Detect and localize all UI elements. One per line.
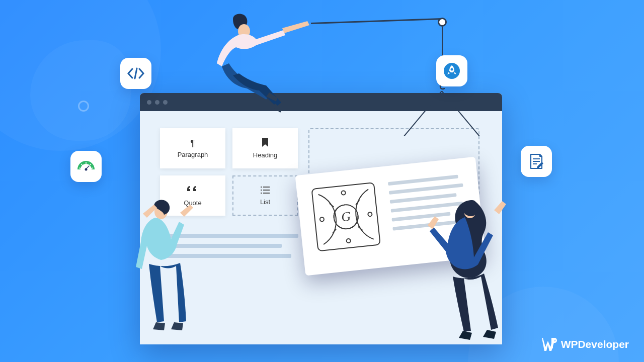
svg-point-22: [85, 168, 88, 171]
quote-icon: [187, 185, 198, 196]
window-dot: [155, 100, 159, 105]
svg-rect-5: [263, 193, 270, 194]
crane-arm: [311, 18, 442, 24]
gutenberg-ornament-icon: G: [307, 178, 385, 255]
person-right-holding: [423, 196, 523, 352]
person-sitting-top: [199, 13, 309, 114]
code-icon: [120, 58, 151, 89]
decorative-circle: [78, 101, 89, 112]
svg-line-21: [91, 168, 93, 168]
svg-text:G: G: [341, 209, 352, 224]
svg-point-13: [368, 212, 372, 217]
edit-note-icon: [521, 146, 552, 177]
heading-block[interactable]: Heading: [232, 128, 298, 168]
svg-line-7: [442, 91, 479, 136]
svg-point-10: [341, 191, 346, 195]
svg-line-6: [404, 91, 442, 136]
svg-rect-3: [263, 190, 270, 191]
brand-name: WPDeveloper: [561, 338, 629, 350]
wpdeveloper-logo-icon: [542, 338, 557, 351]
window-dot: [163, 100, 168, 105]
svg-point-12: [320, 217, 325, 222]
svg-rect-0: [261, 187, 262, 188]
svg-point-11: [346, 239, 351, 243]
svg-line-20: [79, 168, 81, 168]
window-dot: [147, 100, 151, 105]
gauge-icon: [70, 151, 102, 182]
list-icon: [261, 186, 270, 195]
crane-pulley: [438, 18, 447, 27]
crane-ropes: [401, 91, 482, 136]
svg-point-16: [451, 68, 453, 71]
paragraph-icon: ¶: [190, 139, 195, 148]
rocket-icon: [436, 55, 467, 86]
svg-rect-2: [261, 190, 262, 191]
person-left-holding: [121, 199, 211, 354]
svg-rect-4: [261, 193, 262, 194]
brand-watermark: WPDeveloper: [542, 338, 629, 351]
block-label: List: [260, 198, 270, 206]
svg-rect-1: [263, 187, 270, 188]
bookmark-icon: [262, 138, 269, 148]
block-label: Paragraph: [178, 151, 208, 158]
block-label: Heading: [253, 151, 277, 159]
paragraph-block[interactable]: ¶ Paragraph: [160, 128, 225, 168]
list-block[interactable]: List: [232, 175, 298, 216]
